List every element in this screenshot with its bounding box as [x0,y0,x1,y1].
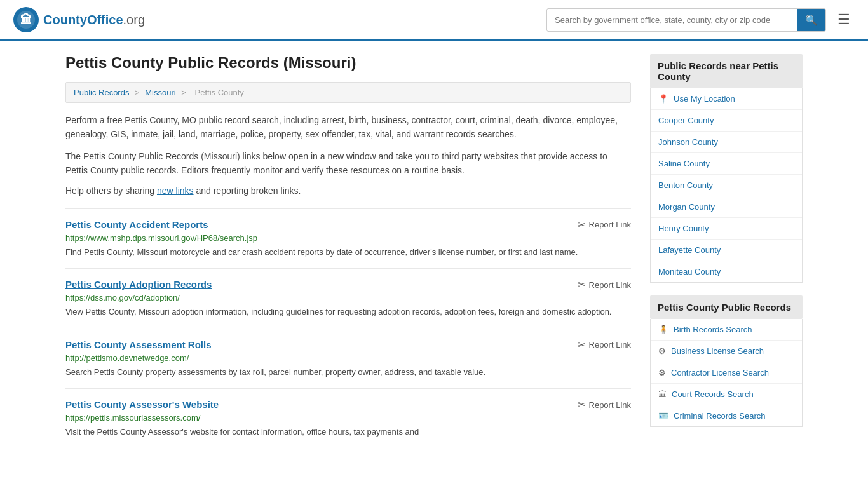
scissors-icon-assessment: ✂ [578,339,586,351]
intro-paragraph-1: Perform a free Pettis County, MO public … [65,113,631,142]
county-cooper: Cooper County [658,116,714,125]
sidebar-item-cooper[interactable]: Cooper County [651,110,802,132]
svg-text:🏛: 🏛 [20,13,32,26]
report-label-assessor: Report Link [589,400,631,410]
new-links-link[interactable]: new links [157,186,194,196]
content-area: Pettis County Public Records (Missouri) … [65,54,631,449]
sidebar-item-benton[interactable]: Benton County [651,175,802,196]
hamburger-icon: ☰ [837,11,850,27]
location-icon: 📍 [658,94,668,104]
record-assessment-desc: Search Pettis County property assessment… [65,366,631,379]
record-accident: Pettis County Accident Reports ✂ Report … [65,208,631,269]
business-license-label: Business License Search [671,346,764,356]
sidebar-item-moniteau[interactable]: Moniteau County [651,261,802,282]
sidebar-item-henry[interactable]: Henry County [651,218,802,240]
search-input[interactable] [547,10,797,30]
use-location-link[interactable]: 📍 Use My Location [651,88,802,109]
report-label-adoption: Report Link [589,280,631,290]
birth-records-label: Birth Records Search [674,325,752,334]
search-bar: 🔍 [546,8,826,32]
record-accident-desc: Find Pettis County, Missouri motorcycle … [65,246,631,259]
county-lafayette: Lafayette County [658,245,721,255]
page-title: Pettis County Public Records (Missouri) [65,54,631,72]
record-adoption-url: https://dss.mo.gov/cd/adoption/ [65,293,631,302]
report-link-assessment[interactable]: ✂ Report Link [578,339,631,351]
sidebar-item-business[interactable]: ⚙ Business License Search [651,341,802,362]
logo-text: CountyOffice.org [43,13,145,27]
record-assessor-title[interactable]: Pettis County Assessor's Website [65,399,219,410]
sidebar-item-use-location[interactable]: 📍 Use My Location [651,88,802,110]
breadcrumb-sep2: > [181,88,186,97]
sidebar-records-list: 🧍 Birth Records Search ⚙ Business Licens… [650,319,803,427]
gear-icon: ⚙ [658,346,666,356]
scissors-icon-accident: ✂ [578,219,586,231]
record-accident-title[interactable]: Pettis County Accident Reports [65,219,208,230]
sidebar-item-saline[interactable]: Saline County [651,153,802,175]
record-accident-url: https://www.mshp.dps.missouri.gov/HP68/s… [65,233,631,243]
use-location-label: Use My Location [674,94,735,104]
report-label-accident: Report Link [589,220,631,229]
header-right: 🔍 ☰ [546,8,855,32]
scissors-icon-adoption: ✂ [578,279,586,290]
record-assessment: Pettis County Assessment Rolls ✂ Report … [65,329,631,389]
record-adoption-desc: View Pettis County, Missouri adoption in… [65,306,631,318]
breadcrumb-missouri[interactable]: Missouri [145,88,175,97]
sidebar-item-morgan[interactable]: Morgan County [651,196,802,218]
record-assessor-url: https://pettis.missouriassessors.com/ [65,413,631,423]
sidebar-nearby-section: Public Records near Pettis County 📍 Use … [650,54,803,283]
record-assessor-header: Pettis County Assessor's Website ✂ Repor… [65,399,631,410]
county-saline: Saline County [658,159,710,168]
court-records-label: Court Records Search [672,390,754,399]
breadcrumb: Public Records > Missouri > Pettis Count… [65,82,631,103]
sidebar-item-birth[interactable]: 🧍 Birth Records Search [651,319,802,341]
sidebar-item-contractor[interactable]: ⚙ Contractor License Search [651,362,802,384]
scissors-icon-assessor: ✂ [578,399,586,410]
criminal-records-label: Criminal Records Search [674,411,766,421]
share-suffix: and reporting broken links. [196,186,301,196]
report-link-accident[interactable]: ✂ Report Link [578,219,631,231]
breadcrumb-sep1: > [135,88,140,97]
gear2-icon: ⚙ [658,368,666,377]
share-label: Help others by sharing [65,186,154,196]
sidebar-item-lafayette[interactable]: Lafayette County [651,240,802,261]
records-list: Pettis County Accident Reports ✂ Report … [65,208,631,449]
county-johnson: Johnson County [658,137,718,147]
record-accident-header: Pettis County Accident Reports ✂ Report … [65,219,631,231]
search-button[interactable]: 🔍 [797,9,825,31]
report-link-adoption[interactable]: ✂ Report Link [578,279,631,290]
record-adoption: Pettis County Adoption Records ✂ Report … [65,268,631,329]
record-assessment-header: Pettis County Assessment Rolls ✂ Report … [65,339,631,351]
menu-button[interactable]: ☰ [832,9,855,30]
county-henry: Henry County [658,224,709,233]
sidebar-records-header: Pettis County Public Records [650,295,803,319]
county-morgan: Morgan County [658,202,715,212]
building-icon: 🏛 [658,390,667,399]
sidebar-item-court[interactable]: 🏛 Court Records Search [651,384,802,405]
person-icon: 🧍 [658,325,668,334]
record-assessor: Pettis County Assessor's Website ✂ Repor… [65,388,631,449]
breadcrumb-public-records[interactable]: Public Records [74,88,129,97]
logo[interactable]: 🏛 CountyOffice.org [13,6,145,33]
sidebar-nearby-header: Public Records near Pettis County [650,54,803,88]
contractor-license-label: Contractor License Search [671,368,769,377]
record-adoption-title[interactable]: Pettis County Adoption Records [65,279,212,290]
report-link-assessor[interactable]: ✂ Report Link [578,399,631,410]
search-icon: 🔍 [805,15,818,25]
site-header: 🏛 CountyOffice.org 🔍 ☰ [0,0,868,41]
record-assessor-desc: Visit the Pettis County Assessor's websi… [65,426,631,438]
county-moniteau: Moniteau County [658,267,721,276]
record-assessment-url: http://pettismo.devnetwedge.com/ [65,353,631,363]
sidebar-item-criminal[interactable]: 🪪 Criminal Records Search [651,405,802,426]
record-assessment-title[interactable]: Pettis County Assessment Rolls [65,339,212,350]
record-adoption-header: Pettis County Adoption Records ✂ Report … [65,279,631,290]
main-container: Pettis County Public Records (Missouri) … [53,41,815,461]
sidebar-nearby-list: 📍 Use My Location Cooper County Johnson … [650,88,803,283]
sidebar-records-section: Pettis County Public Records 🧍 Birth Rec… [650,295,803,427]
breadcrumb-pettis: Pettis County [195,88,244,97]
share-text: Help others by sharing new links and rep… [65,186,631,196]
sidebar: Public Records near Pettis County 📍 Use … [650,54,803,449]
county-benton: Benton County [658,180,713,190]
sidebar-item-johnson[interactable]: Johnson County [651,132,802,153]
logo-icon: 🏛 [13,6,39,33]
report-label-assessment: Report Link [589,340,631,349]
